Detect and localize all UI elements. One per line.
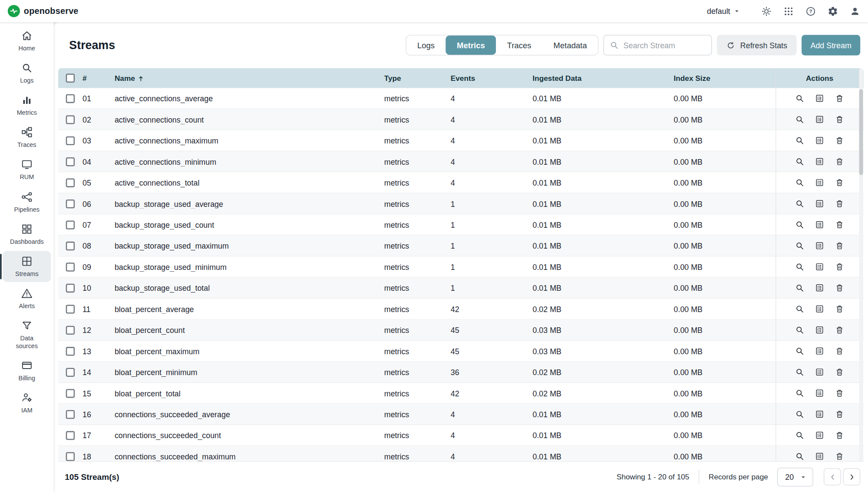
previous-page-button[interactable] xyxy=(824,468,841,485)
row-checkbox[interactable] xyxy=(66,241,75,250)
row-checkbox[interactable] xyxy=(66,431,75,439)
explore-icon[interactable] xyxy=(795,409,805,419)
table-row[interactable]: 09 backup_storage_used_minimum metrics 1… xyxy=(58,256,864,277)
row-checkbox[interactable] xyxy=(66,346,75,355)
explore-icon[interactable] xyxy=(795,93,805,103)
sidebar-item-logs[interactable]: Logs xyxy=(3,58,51,89)
explore-icon[interactable] xyxy=(795,199,805,209)
explore-icon[interactable] xyxy=(795,157,805,166)
column-header-index-size[interactable]: Index Size xyxy=(674,74,776,82)
delete-icon[interactable] xyxy=(835,431,845,440)
schema-icon[interactable] xyxy=(815,157,825,166)
column-header-num[interactable]: # xyxy=(83,74,115,82)
sidebar-item-streams[interactable]: Streams xyxy=(3,251,51,282)
schema-icon[interactable] xyxy=(815,136,825,145)
delete-icon[interactable] xyxy=(835,157,845,166)
schema-icon[interactable] xyxy=(815,199,825,209)
sidebar-item-metrics[interactable]: Metrics xyxy=(3,90,51,121)
explore-icon[interactable] xyxy=(795,431,805,440)
explore-icon[interactable] xyxy=(795,367,805,377)
table-row[interactable]: 03 active_connections_maximum metrics 4 … xyxy=(58,130,864,151)
table-row[interactable]: 08 backup_storage_used_maximum metrics 1… xyxy=(58,236,864,256)
refresh-stats-button[interactable]: Refresh Stats xyxy=(717,35,796,55)
row-checkbox[interactable] xyxy=(66,410,75,419)
sidebar-item-billing[interactable]: Billing xyxy=(3,355,51,386)
delete-icon[interactable] xyxy=(835,93,845,103)
schema-icon[interactable] xyxy=(815,409,825,419)
table-row[interactable]: 17 connections_succeeded_count metrics 4… xyxy=(58,425,864,446)
tab-metadata[interactable]: Metadata xyxy=(542,36,598,55)
row-checkbox[interactable] xyxy=(66,94,75,103)
explore-icon[interactable] xyxy=(795,283,805,293)
organization-selector[interactable]: default xyxy=(707,7,741,15)
tab-traces[interactable]: Traces xyxy=(496,36,542,55)
help-icon[interactable]: ? xyxy=(805,6,816,16)
table-row[interactable]: 02 active_connections_count metrics 4 0.… xyxy=(58,109,864,130)
explore-icon[interactable] xyxy=(795,178,805,187)
table-row[interactable]: 01 active_connections_average metrics 4 … xyxy=(58,88,864,109)
tab-metrics[interactable]: Metrics xyxy=(446,36,496,55)
table-row[interactable]: 15 bloat_percent_total metrics 42 0.02 M… xyxy=(58,383,864,404)
schema-icon[interactable] xyxy=(815,304,825,314)
row-checkbox[interactable] xyxy=(66,263,75,271)
sidebar-item-data-sources[interactable]: Data sources xyxy=(3,315,51,354)
delete-icon[interactable] xyxy=(835,220,845,229)
table-row[interactable]: 11 bloat_percent_average metrics 42 0.02… xyxy=(58,299,864,319)
explore-icon[interactable] xyxy=(795,325,805,335)
column-header-type[interactable]: Type xyxy=(384,74,451,82)
explore-icon[interactable] xyxy=(795,115,805,124)
sun-icon[interactable] xyxy=(761,6,772,16)
select-all-checkbox[interactable] xyxy=(66,74,75,83)
tab-logs[interactable]: Logs xyxy=(406,36,446,55)
table-row[interactable]: 14 bloat_percent_minimum metrics 36 0.02… xyxy=(58,362,864,383)
search-stream-input[interactable] xyxy=(624,41,706,50)
sidebar-item-rum[interactable]: RUM xyxy=(3,154,51,186)
table-row[interactable]: 16 connections_succeeded_average metrics… xyxy=(58,404,864,425)
table-row[interactable]: 04 active_connections_minimum metrics 4 … xyxy=(58,151,864,172)
row-checkbox[interactable] xyxy=(66,368,75,376)
column-header-events[interactable]: Events xyxy=(451,74,533,82)
row-checkbox[interactable] xyxy=(66,305,75,313)
delete-icon[interactable] xyxy=(835,304,845,314)
delete-icon[interactable] xyxy=(835,389,845,398)
delete-icon[interactable] xyxy=(835,241,845,251)
schema-icon[interactable] xyxy=(815,346,825,356)
delete-icon[interactable] xyxy=(835,115,845,124)
table-row[interactable]: 10 backup_storage_used_total metrics 1 0… xyxy=(58,278,864,299)
sidebar-item-pipelines[interactable]: Pipelines xyxy=(3,186,51,218)
delete-icon[interactable] xyxy=(835,262,845,272)
delete-icon[interactable] xyxy=(835,367,845,377)
schema-icon[interactable] xyxy=(815,389,825,398)
row-checkbox[interactable] xyxy=(66,220,75,229)
schema-icon[interactable] xyxy=(815,325,825,335)
schema-icon[interactable] xyxy=(815,93,825,103)
column-header-ingested[interactable]: Ingested Data xyxy=(532,74,673,82)
row-checkbox[interactable] xyxy=(66,115,75,124)
sidebar-item-home[interactable]: Home xyxy=(3,26,51,57)
account-icon[interactable] xyxy=(850,6,860,16)
row-checkbox[interactable] xyxy=(66,326,75,334)
delete-icon[interactable] xyxy=(835,136,845,145)
explore-icon[interactable] xyxy=(795,241,805,251)
gear-icon[interactable] xyxy=(828,6,838,16)
explore-icon[interactable] xyxy=(795,389,805,398)
explore-icon[interactable] xyxy=(795,346,805,356)
sidebar-item-traces[interactable]: Traces xyxy=(3,122,51,153)
row-checkbox[interactable] xyxy=(66,178,75,187)
table-row[interactable]: 05 active_connections_total metrics 4 0.… xyxy=(58,172,864,193)
records-per-page-select[interactable]: 20 xyxy=(777,467,813,486)
table-scrollbar-thumb[interactable] xyxy=(859,89,863,175)
row-checkbox[interactable] xyxy=(66,136,75,145)
column-header-name[interactable]: Name xyxy=(115,74,384,82)
apps-icon[interactable] xyxy=(783,6,794,16)
explore-icon[interactable] xyxy=(795,136,805,145)
delete-icon[interactable] xyxy=(835,283,845,293)
schema-icon[interactable] xyxy=(815,178,825,187)
sidebar-item-alerts[interactable]: Alerts xyxy=(3,283,51,314)
delete-icon[interactable] xyxy=(835,178,845,187)
row-checkbox[interactable] xyxy=(66,199,75,208)
row-checkbox[interactable] xyxy=(66,157,75,166)
table-row[interactable]: 07 backup_storage_used_count metrics 1 0… xyxy=(58,214,864,235)
table-row[interactable]: 06 backup_storage_used_average metrics 1… xyxy=(58,193,864,214)
row-checkbox[interactable] xyxy=(66,283,75,292)
